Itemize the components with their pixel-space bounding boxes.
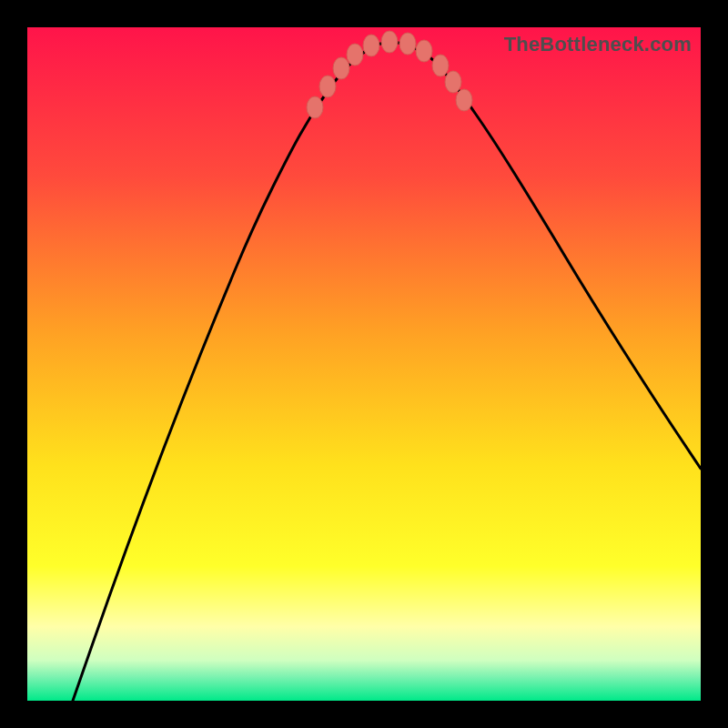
curve-marker	[307, 96, 323, 118]
plot-area: TheBottleneck.com	[27, 27, 701, 701]
curve-marker	[432, 55, 449, 76]
curve-markers	[307, 31, 472, 118]
curve-marker	[381, 31, 398, 53]
curve-marker	[456, 89, 472, 111]
curve-marker	[319, 76, 336, 97]
curve-marker	[399, 33, 416, 55]
curve-layer	[27, 27, 701, 701]
curve-marker	[445, 71, 461, 93]
curve-marker	[333, 57, 349, 79]
curve-marker	[363, 35, 379, 56]
chart-stage: TheBottleneck.com	[0, 0, 728, 728]
curve-marker	[347, 44, 363, 66]
curve-marker	[416, 40, 432, 62]
bottleneck-curve	[73, 42, 701, 701]
